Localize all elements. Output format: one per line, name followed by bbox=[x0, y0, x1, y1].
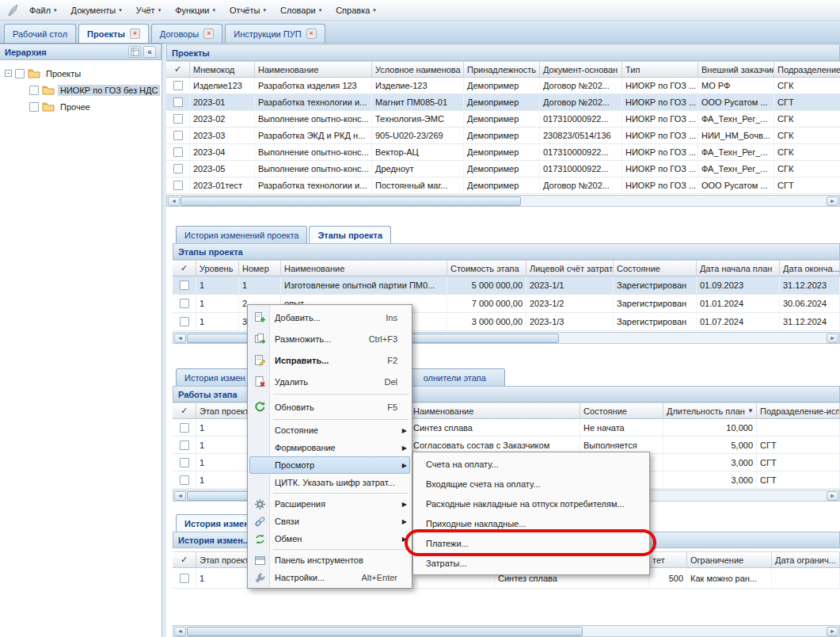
context-menu-item[interactable]: Размножить...Ctrl+F3 bbox=[249, 328, 410, 349]
select-all-header[interactable]: ✓ bbox=[166, 62, 190, 77]
scroll-right-icon[interactable]: ► bbox=[827, 627, 838, 636]
table-row[interactable]: 11Изготовление опытной партии ПМ0...5 00… bbox=[173, 277, 840, 295]
row-select-cell[interactable] bbox=[173, 295, 196, 312]
scroll-left-icon[interactable]: ◄ bbox=[168, 196, 180, 206]
row-select-cell[interactable] bbox=[173, 313, 196, 330]
tree-checkbox[interactable] bbox=[29, 102, 39, 112]
row-select-cell[interactable] bbox=[166, 161, 190, 177]
section-tab[interactable]: История измен bbox=[176, 368, 254, 386]
row-checkbox[interactable] bbox=[180, 299, 189, 308]
column-header[interactable]: Наименование bbox=[255, 62, 372, 77]
row-checkbox[interactable] bbox=[173, 164, 183, 174]
row-select-cell[interactable] bbox=[166, 177, 190, 193]
grid-filter-icon[interactable] bbox=[128, 46, 141, 58]
tree-expander-icon[interactable]: - bbox=[5, 70, 12, 77]
table-row[interactable]: 2023-01тестРазработка технологии и...Пос… bbox=[166, 177, 840, 194]
row-checkbox[interactable] bbox=[173, 97, 183, 107]
close-tab-icon[interactable]: × bbox=[306, 29, 317, 39]
row-checkbox[interactable] bbox=[180, 574, 189, 583]
row-checkbox[interactable] bbox=[173, 81, 183, 90]
submenu-item[interactable]: Затраты... bbox=[415, 553, 648, 573]
menubar-item[interactable]: Файл▾ bbox=[22, 0, 64, 20]
submenu-item[interactable]: Приходные накладные... bbox=[415, 513, 648, 533]
context-menu-item[interactable]: Просмотр▶ bbox=[249, 456, 410, 474]
column-header[interactable]: Наименование bbox=[281, 261, 447, 276]
column-header[interactable]: Дата огранич... bbox=[772, 552, 840, 567]
column-header[interactable]: Тип bbox=[622, 62, 698, 77]
column-header[interactable]: Подразделение bbox=[774, 62, 840, 77]
scroll-right-icon[interactable]: ► bbox=[827, 196, 838, 206]
row-select-cell[interactable] bbox=[173, 471, 196, 488]
tree-checkbox[interactable] bbox=[29, 86, 39, 95]
context-menu-item[interactable]: Исправить...F2 bbox=[249, 349, 410, 371]
row-checkbox[interactable] bbox=[173, 181, 183, 190]
table-row[interactable]: Изделие123Разработка изделия 123Изделие-… bbox=[166, 78, 840, 94]
section-tab[interactable]: Этапы проекта bbox=[309, 226, 391, 243]
row-checkbox[interactable] bbox=[173, 114, 183, 124]
row-select-cell[interactable] bbox=[166, 128, 190, 143]
scroll-right-icon[interactable]: ► bbox=[827, 334, 838, 343]
context-menu-item[interactable]: ОбновитьF5 bbox=[249, 396, 410, 418]
column-header[interactable]: Внешний заказчик bbox=[698, 62, 774, 77]
column-header[interactable]: Наименование bbox=[410, 403, 580, 418]
row-checkbox[interactable] bbox=[173, 147, 183, 157]
scroll-thumb[interactable] bbox=[181, 196, 521, 206]
scroll-left-icon[interactable]: ◄ bbox=[174, 491, 186, 501]
row-select-cell[interactable] bbox=[166, 111, 190, 127]
context-menu-item[interactable]: Состояние▶ bbox=[249, 421, 410, 439]
row-checkbox[interactable] bbox=[180, 423, 189, 433]
column-header[interactable]: Подразделение-исп... bbox=[757, 403, 840, 418]
column-header[interactable]: Состояние bbox=[580, 403, 663, 418]
horizontal-scrollbar[interactable]: ◄► bbox=[173, 625, 840, 637]
workspace-tab[interactable]: Договоры× bbox=[151, 24, 222, 43]
tree-node[interactable]: -Проекты bbox=[0, 65, 162, 82]
menubar-item[interactable]: Словари▾ bbox=[273, 0, 329, 20]
column-header[interactable]: Стоимость этапа bbox=[447, 261, 526, 276]
row-checkbox[interactable] bbox=[180, 280, 189, 290]
column-header[interactable]: Принадлежность bbox=[464, 62, 540, 77]
workspace-tab[interactable]: Проекты× bbox=[78, 24, 149, 43]
row-select-cell[interactable] bbox=[173, 419, 196, 436]
horizontal-scrollbar[interactable]: ◄► bbox=[166, 195, 840, 207]
context-menu-item[interactable]: Обмен▶ bbox=[249, 530, 410, 547]
submenu-item[interactable]: Входящие счета на оплату... bbox=[415, 474, 648, 494]
select-all-header[interactable]: ✓ bbox=[173, 403, 196, 418]
row-select-cell[interactable] bbox=[173, 437, 196, 453]
context-menu-item[interactable]: Настройки...Alt+Enter bbox=[249, 569, 410, 586]
scroll-left-icon[interactable]: ◄ bbox=[174, 627, 186, 636]
column-header[interactable]: Мнемокод bbox=[190, 62, 255, 77]
close-tab-icon[interactable]: × bbox=[203, 29, 214, 39]
section-tab[interactable]: История изменений проекта bbox=[176, 226, 307, 243]
table-row[interactable]: 2023-03Разработка ЭКД и РКД н...905-U020… bbox=[166, 128, 840, 144]
scroll-right-icon[interactable]: ► bbox=[827, 491, 838, 501]
column-header[interactable]: Длительность план▼ bbox=[663, 403, 757, 418]
row-checkbox[interactable] bbox=[180, 317, 189, 326]
column-header[interactable]: Состояние bbox=[614, 261, 697, 276]
table-row[interactable]: 2023-01Разработка технологии и...Магнит … bbox=[166, 94, 840, 111]
row-select-cell[interactable] bbox=[166, 144, 190, 160]
scroll-left-icon[interactable]: ◄ bbox=[174, 334, 186, 343]
context-menu-item[interactable]: УдалитьDel bbox=[249, 371, 410, 392]
menubar-item[interactable]: Справка▾ bbox=[329, 0, 383, 20]
row-checkbox[interactable] bbox=[180, 475, 189, 485]
menubar-item[interactable]: Документы▾ bbox=[64, 0, 129, 20]
column-header[interactable]: Номер bbox=[239, 261, 281, 276]
table-row[interactable]: 2023-04Выполнение опытно-конс...Вектор-А… bbox=[166, 144, 840, 161]
column-header[interactable]: Лицевой счёт затрат. bbox=[526, 261, 614, 276]
workspace-tab[interactable]: Рабочий стол bbox=[4, 24, 76, 43]
context-menu-item[interactable]: Формирование▶ bbox=[249, 439, 410, 456]
submenu-item[interactable]: Счета на оплату... bbox=[415, 454, 648, 474]
scroll-thumb[interactable] bbox=[187, 627, 583, 636]
column-header[interactable]: Документ-основан bbox=[540, 62, 622, 77]
column-header[interactable]: Дата начала план bbox=[697, 261, 780, 276]
submenu-item[interactable]: Расходные накладные на отпуск потребител… bbox=[415, 494, 648, 513]
collapse-panel-icon[interactable]: « bbox=[143, 46, 156, 58]
context-menu-item[interactable]: Добавить...Ins bbox=[249, 307, 410, 328]
table-row[interactable]: 2023-05Выполнение опытно-конс...Дредноут… bbox=[166, 161, 840, 177]
column-header[interactable]: Ограничение bbox=[687, 552, 772, 567]
submenu-item[interactable]: Платежи... bbox=[415, 533, 648, 553]
row-select-cell[interactable] bbox=[166, 78, 190, 93]
context-menu-item[interactable]: Панель инструментов bbox=[249, 551, 410, 569]
tree-checkbox[interactable] bbox=[15, 69, 25, 78]
context-menu-item[interactable]: Расширения▶ bbox=[249, 495, 410, 513]
